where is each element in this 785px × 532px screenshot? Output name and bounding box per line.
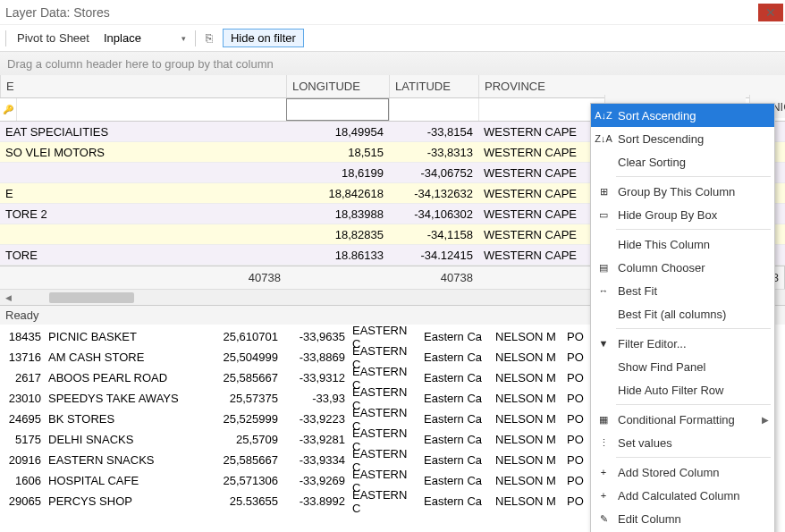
filter-cell-e[interactable]	[16, 98, 286, 121]
menu-icon: ▼	[595, 335, 612, 351]
cell-district: NELSON M	[492, 350, 563, 364]
column-header-province[interactable]: PROVINCE	[478, 75, 586, 97]
filter-cell-latitude[interactable]	[389, 98, 478, 121]
menu-item-add-calculated-column[interactable]: +Add Calculated Column	[591, 484, 774, 507]
menu-item-best-fit-all-columns[interactable]: Best Fit (all columns)	[591, 302, 774, 325]
total-longitude	[286, 266, 389, 289]
pivot-to-sheet-button[interactable]: Pivot to Sheet	[12, 30, 95, 46]
cell-longitude: 25,57375	[206, 392, 282, 405]
column-header-e[interactable]: E	[0, 75, 286, 97]
cell-name: BK STORES	[45, 412, 206, 426]
cell-id: 29065	[0, 494, 45, 508]
hide-on-filter-button[interactable]: Hide on filter	[223, 29, 304, 47]
cell-district: NELSON M	[492, 474, 563, 487]
cell-district: NELSON M	[492, 453, 563, 467]
pivot-mode-combo[interactable]: Inplace ▾	[100, 30, 190, 46]
filter-cell-longitude[interactable]	[286, 98, 389, 121]
menu-item-hide-group-by-box[interactable]: ▭Hide Group By Box	[591, 203, 774, 226]
filter-input-latitude[interactable]	[392, 102, 476, 118]
menu-label: Best Fit	[618, 284, 657, 298]
menu-icon: +	[595, 487, 612, 503]
cell-region: Eastern Ca	[420, 494, 492, 508]
cell-district: NELSON M	[492, 433, 563, 446]
menu-item-sort-ascending[interactable]: A↓ZSort Ascending	[591, 104, 774, 127]
menu-item-sort-descending[interactable]: Z↓ASort Descending	[591, 127, 774, 150]
cell-name: HOSPITAL CAFE	[45, 474, 206, 487]
cell-latitude: -33,9334	[282, 453, 349, 467]
cell-region: Eastern Ca	[420, 330, 492, 343]
menu-icon: Z↓A	[595, 131, 612, 147]
column-header-longitude[interactable]: LONGITUDE	[286, 75, 389, 97]
filter-input-longitude[interactable]	[290, 102, 385, 118]
cell-longitude: 18.86133	[286, 245, 389, 265]
cell-longitude: 25,571306	[206, 474, 282, 487]
menu-item-hide-this-column[interactable]: Hide This Column	[591, 232, 774, 256]
menu-label: Column Chooser	[618, 261, 705, 274]
menu-icon: ✎	[595, 511, 612, 527]
toolbar: Pivot to Sheet Inplace ▾ ⎘ Hide on filte…	[0, 25, 785, 52]
menu-item-best-fit[interactable]: ↔Best Fit	[591, 279, 774, 302]
menu-item-set-values[interactable]: ⋮Set values	[591, 431, 774, 454]
cell-name: TORE	[0, 245, 286, 265]
menu-label: Best Fit (all columns)	[618, 308, 726, 321]
menu-item-group-by-this-column[interactable]: ⊞Group By This Column	[591, 180, 774, 203]
menu-icon: ▦	[595, 411, 612, 427]
cell-name	[0, 163, 286, 182]
menu-item-clear-sorting[interactable]: Clear Sorting	[591, 150, 774, 173]
export-icon-button[interactable]: ⎘	[201, 30, 217, 46]
menu-icon: +	[595, 464, 612, 480]
cell-latitude: -33,9269	[282, 474, 349, 487]
cell-id: 23010	[0, 392, 45, 405]
menu-item-show-find-panel[interactable]: Show Find Panel	[591, 355, 774, 378]
cell-district: NELSON M	[492, 371, 563, 384]
cell-name: SO VLEI MOTORS	[0, 142, 286, 162]
cell-latitude: -34,106302	[389, 204, 478, 224]
menu-item-filter-editor[interactable]: ▼Filter Editor...	[591, 332, 774, 355]
cell-region: Eastern Ca	[420, 392, 492, 405]
cell-region: Eastern Ca	[420, 350, 492, 364]
cell-district: NELSON M	[492, 392, 563, 405]
menu-icon: ⊞	[595, 183, 612, 199]
menu-icon: ↔	[595, 283, 612, 299]
filter-input-e[interactable]	[20, 102, 283, 118]
cell-latitude: -33,8313	[389, 142, 478, 162]
cell-code: PO	[563, 494, 590, 508]
cell-code: PO	[563, 350, 590, 364]
cell-longitude: 25,610701	[206, 330, 282, 343]
cell-province: WESTERN CAPE	[478, 142, 586, 162]
menu-separator	[616, 328, 771, 329]
menu-item-add-stored-column[interactable]: +Add Stored Column	[591, 460, 774, 484]
cell-province: EASTERN C	[349, 488, 420, 515]
menu-label: Filter Editor...	[618, 337, 687, 350]
menu-item-column-chooser[interactable]: ▤Column Chooser	[591, 256, 774, 279]
menu-item-hide-auto-filter-row[interactable]: Hide Auto Filter Row	[591, 378, 774, 401]
menu-label: Add Stored Column	[618, 466, 719, 479]
cell-latitude: -34,06752	[389, 163, 478, 182]
menu-item-conditional-formatting[interactable]: ▦Conditional Formatting▶	[591, 408, 774, 431]
chevron-down-icon: ▾	[181, 34, 186, 43]
column-header-latitude[interactable]: LATITUDE	[389, 75, 478, 97]
scroll-left-arrow-icon[interactable]: ◀	[2, 291, 14, 304]
menu-label: Hide Auto Filter Row	[618, 384, 724, 397]
cell-province: WESTERN CAPE	[478, 183, 586, 203]
cell-region: Eastern Ca	[420, 412, 492, 426]
filter-cell-province[interactable]	[478, 98, 586, 121]
menu-label: Edit Column	[618, 512, 681, 526]
cell-id: 20916	[0, 453, 45, 467]
close-button[interactable]: ✕	[758, 4, 783, 21]
cell-name: EAT SPECIALITIES	[0, 122, 286, 141]
cell-latitude: -34.12415	[389, 245, 478, 265]
cell-region: Eastern Ca	[420, 474, 492, 487]
cell-code: PO	[563, 474, 590, 487]
filter-input-province[interactable]	[482, 102, 583, 118]
menu-icon: ▤	[595, 259, 612, 275]
toolbar-divider	[5, 30, 6, 46]
cell-name: ABOOS PEARL ROAD	[45, 371, 206, 384]
menu-item-edit-column[interactable]: ✎Edit Column	[591, 507, 774, 530]
cell-id: 24695	[0, 412, 45, 426]
menu-label: Hide Group By Box	[618, 208, 717, 222]
menu-icon	[595, 236, 612, 252]
cell-region: Eastern Ca	[420, 371, 492, 384]
scrollbar-thumb[interactable]	[49, 292, 134, 303]
group-by-panel[interactable]: Drag a column header here to group by th…	[0, 52, 785, 75]
